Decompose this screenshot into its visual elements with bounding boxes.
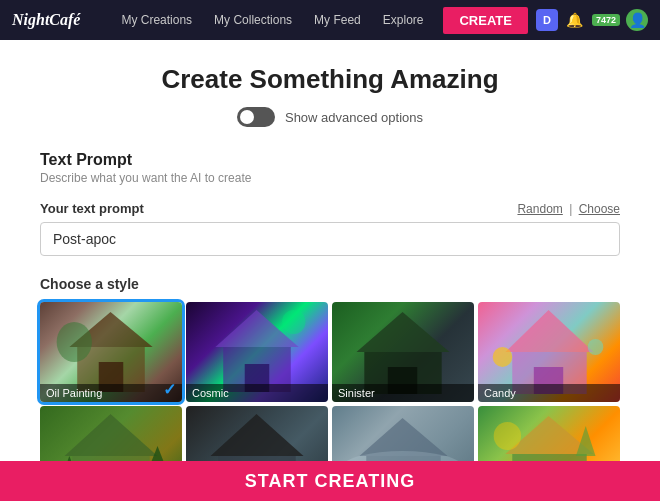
style-item-oil-painting[interactable]: Oil Painting ✓ [40, 302, 182, 402]
style-caption-sinister: Sinister [332, 384, 474, 402]
svg-marker-33 [576, 426, 596, 456]
style-check-oil: ✓ [163, 380, 176, 399]
svg-marker-21 [210, 414, 303, 456]
prompt-input[interactable] [40, 222, 620, 256]
page-title: Create Something Amazing [40, 64, 620, 95]
nav-my-creations[interactable]: My Creations [113, 9, 200, 31]
logo: NightCafé [12, 11, 80, 29]
svg-marker-11 [505, 310, 593, 352]
link-separator: | [569, 202, 572, 216]
nav-my-feed[interactable]: My Feed [306, 9, 369, 31]
main-content: Create Something Amazing Show advanced o… [0, 40, 660, 501]
advanced-options-label: Show advanced options [285, 110, 423, 125]
bell-icon[interactable]: 🔔 [564, 9, 586, 31]
svg-point-7 [282, 310, 306, 334]
style-item-cosmic[interactable]: Cosmic [186, 302, 328, 402]
credits-badge[interactable]: 7472 [592, 14, 620, 26]
svg-point-32 [494, 422, 521, 450]
discord-icon[interactable]: D [536, 9, 558, 31]
svg-marker-16 [64, 414, 157, 456]
prompt-row: Your text prompt Random | Choose [40, 201, 620, 216]
text-prompt-desc: Describe what you want the AI to create [40, 171, 620, 185]
advanced-options-row: Show advanced options [40, 107, 620, 127]
nav-my-collections[interactable]: My Collections [206, 9, 300, 31]
style-caption-cosmic: Cosmic [186, 384, 328, 402]
choose-link[interactable]: Choose [579, 202, 620, 216]
random-link[interactable]: Random [517, 202, 562, 216]
style-section-label: Choose a style [40, 276, 620, 292]
navbar-links: My Creations My Collections My Feed Expl… [113, 7, 528, 34]
cta-label: START CREATING [245, 471, 415, 492]
svg-point-3 [57, 322, 92, 362]
svg-point-15 [588, 339, 604, 355]
navbar-icons: D 🔔 7472 👤 [536, 9, 648, 31]
avatar[interactable]: 👤 [626, 9, 648, 31]
create-button[interactable]: CREATE [443, 7, 527, 34]
svg-marker-8 [356, 312, 449, 352]
style-item-candy[interactable]: Candy [478, 302, 620, 402]
prompt-links: Random | Choose [517, 202, 620, 216]
style-caption-candy: Candy [478, 384, 620, 402]
nav-explore[interactable]: Explore [375, 9, 432, 31]
text-prompt-title: Text Prompt [40, 151, 620, 169]
svg-point-14 [493, 347, 513, 367]
style-item-sinister[interactable]: Sinister [332, 302, 474, 402]
navbar: NightCafé My Creations My Collections My… [0, 0, 660, 40]
style-caption-oil: Oil Painting [40, 384, 182, 402]
advanced-options-toggle[interactable] [237, 107, 275, 127]
prompt-label: Your text prompt [40, 201, 144, 216]
cta-bar[interactable]: START CREATING [0, 461, 660, 501]
svg-marker-25 [359, 418, 447, 456]
